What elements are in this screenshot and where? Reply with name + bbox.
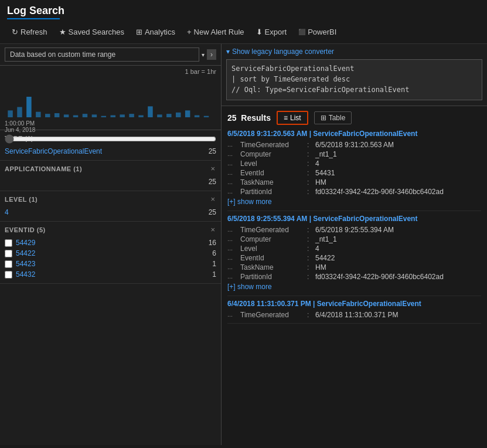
query-area: ▾ Show legacy language converter Service… <box>222 44 487 106</box>
svg-rect-3 <box>36 112 40 117</box>
svg-rect-20 <box>195 116 199 118</box>
ellipsis-icon: ... <box>227 254 238 261</box>
svg-rect-11 <box>111 116 115 118</box>
list-item: ServiceFabricOperationalEvent 25 <box>5 146 216 157</box>
field-key: TimeGenerated <box>240 141 305 149</box>
ellipsis-icon: ... <box>227 178 238 185</box>
left-panel: Data based on custom time range ▾ › 1 ba… <box>0 44 222 445</box>
svg-rect-4 <box>45 114 50 117</box>
result-entry: 6/5/2018 9:25:55.394 AM | ServiceFabricO… <box>227 215 481 296</box>
result-field: ... Computer : _nt1_1 <box>227 235 481 244</box>
svg-rect-8 <box>83 114 87 117</box>
powerbi-button[interactable]: ⬛ PowerBI <box>294 25 341 39</box>
table-icon: ⊞ <box>321 114 326 122</box>
facet-applicationname-close[interactable]: × <box>209 164 216 173</box>
result-title: 6/4/2018 11:31:00.371 PM | ServiceFabric… <box>227 300 481 308</box>
eventid-54429-label: 54429 <box>16 239 205 247</box>
field-value: _nt1_1 <box>315 235 337 243</box>
analytics-button[interactable]: ⊞ Analytics <box>131 25 180 39</box>
svg-rect-12 <box>120 114 124 117</box>
field-key: PartitionId <box>240 273 305 281</box>
eventid-54429-checkbox[interactable] <box>5 239 12 247</box>
field-value: fd03324f-3942-422b-906f-3460bc6402ad <box>315 188 444 196</box>
list-item: 25 <box>5 177 216 187</box>
svg-rect-5 <box>55 113 59 117</box>
table-view-button[interactable]: ⊞ Table <box>314 111 352 124</box>
right-panel: ▾ Show legacy language converter Service… <box>222 44 487 445</box>
field-separator: : <box>307 169 313 177</box>
field-key: Level <box>240 245 305 253</box>
ellipsis-icon: ... <box>227 273 238 280</box>
main-layout: Data based on custom time range ▾ › 1 ba… <box>0 44 487 445</box>
result-field: ... TimeGenerated : 6/5/2018 9:31:20.563… <box>227 140 481 150</box>
show-more-link[interactable]: [+] show more <box>227 281 272 292</box>
ellipsis-icon: ... <box>227 141 238 148</box>
field-separator: : <box>307 311 313 319</box>
chart-area: 1 bar = 1hr <box>0 66 221 130</box>
facet-level-close[interactable]: × <box>209 195 216 203</box>
export-label: Export <box>265 28 287 36</box>
field-separator: : <box>307 245 313 253</box>
eventid-54432-checkbox[interactable] <box>5 271 12 279</box>
export-button[interactable]: ⬇ Export <box>251 25 292 39</box>
field-value: HM <box>315 263 326 271</box>
field-separator: : <box>307 159 313 168</box>
ellipsis-icon: ... <box>227 235 238 242</box>
refresh-button[interactable]: ↻ Refresh <box>7 25 52 39</box>
saved-searches-button[interactable]: ★ Saved Searches <box>55 25 129 39</box>
query-input[interactable]: ServiceFabricOperationalEvent | sort by … <box>226 59 482 100</box>
svg-rect-19 <box>185 110 190 117</box>
svg-rect-14 <box>138 116 143 118</box>
svg-rect-18 <box>176 113 181 117</box>
chart-bar-label: 1 bar = 1hr <box>5 68 216 75</box>
field-separator: : <box>307 263 313 271</box>
ellipsis-icon: ... <box>227 159 238 167</box>
ellipsis-icon: ... <box>227 150 238 157</box>
collapse-button[interactable]: › <box>207 49 216 60</box>
ellipsis-icon: ... <box>227 226 238 233</box>
field-value: 6/5/2018 9:31:20.563 AM <box>315 141 394 149</box>
legacy-toggle-label: Show legacy language converter <box>232 47 334 56</box>
ellipsis-icon: ... <box>227 188 238 195</box>
field-separator: : <box>307 254 313 262</box>
eventid-54422-count: 6 <box>212 249 216 257</box>
eventid-54422-label: 54422 <box>16 249 209 257</box>
facet-level-count: 25 <box>209 208 216 216</box>
result-entry: 6/4/2018 11:31:00.371 PM | ServiceFabric… <box>227 300 481 324</box>
ellipsis-icon: ... <box>227 263 238 270</box>
result-field: ... Computer : _nt1_1 <box>227 150 481 159</box>
powerbi-label: PowerBI <box>308 28 336 36</box>
field-key: EventId <box>240 254 305 262</box>
show-more-link[interactable]: [+] show more <box>227 196 272 207</box>
field-key: PartitionId <box>240 188 305 196</box>
chevron-right-icon: › <box>210 50 213 59</box>
facet-eventid: EVENTID (5) × 54429 16 54422 6 54423 1 <box>0 222 221 284</box>
result-field: ... TaskName : HM <box>227 178 481 187</box>
svg-rect-7 <box>73 116 78 118</box>
facet-eventid-close[interactable]: × <box>209 225 216 234</box>
result-field: ... PartitionId : fd03324f-3942-422b-906… <box>227 272 481 281</box>
eventid-54432-count: 1 <box>212 270 216 279</box>
eventid-54423-checkbox[interactable] <box>5 260 12 268</box>
chart-slider[interactable] <box>5 134 216 144</box>
legacy-toggle[interactable]: ▾ Show legacy language converter <box>226 47 482 56</box>
facet-type-count: 25 <box>209 147 216 155</box>
result-field: ... TaskName : HM <box>227 263 481 272</box>
list-label: List <box>290 114 301 122</box>
grid-icon: ⊞ <box>136 28 142 36</box>
list-item: 54432 1 <box>5 269 216 280</box>
star-icon: ★ <box>59 28 66 36</box>
facet-applicationname: APPLICATIONNAME (1) × 25 <box>0 161 221 191</box>
refresh-label: Refresh <box>21 28 47 36</box>
page-title-text: Log Search <box>7 5 64 16</box>
results-label: Results <box>241 113 271 123</box>
eventid-54422-checkbox[interactable] <box>5 250 12 257</box>
ellipsis-icon: ... <box>227 311 238 318</box>
list-view-button[interactable]: ≡ List <box>277 111 308 125</box>
time-range-select[interactable]: Data based on custom time range <box>5 47 199 62</box>
results-area: 25 Results ≡ List ⊞ Table 6/5/2018 9:31:… <box>222 106 487 445</box>
facet-eventid-header: EVENTID (5) × <box>5 225 216 234</box>
toolbar: ↻ Refresh ★ Saved Searches ⊞ Analytics +… <box>7 23 480 41</box>
new-alert-button[interactable]: + New Alert Rule <box>182 25 249 39</box>
facet-eventid-title: EVENTID (5) <box>5 226 46 233</box>
